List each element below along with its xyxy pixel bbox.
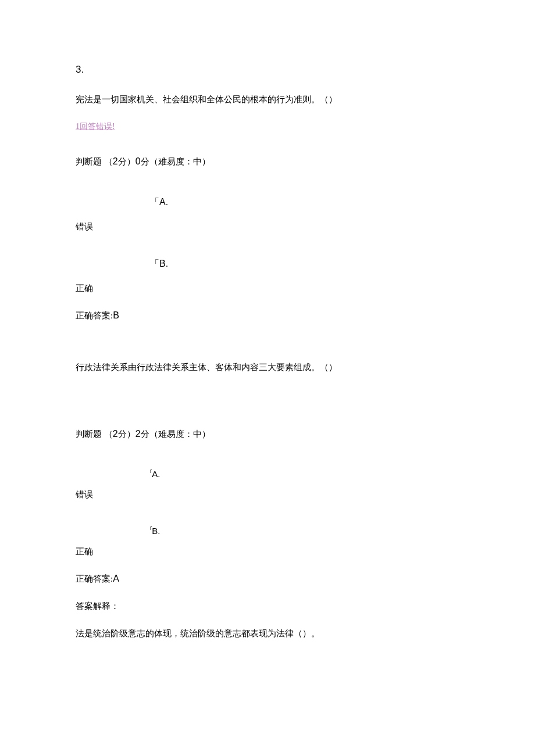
answer-label: 正确答案: [76, 574, 113, 583]
option-a-marker: rA. [150, 469, 459, 479]
option-a-sup: r [150, 468, 152, 474]
option-b-sup: r [150, 525, 152, 531]
answer-value: A [113, 574, 119, 583]
answer-value: B [113, 310, 119, 320]
question-number: 3. [76, 64, 459, 76]
option-b-text: 正确 [76, 546, 459, 557]
meta-mid1: 分） [118, 429, 135, 439]
option-b-letter: B. [152, 526, 160, 536]
answer-label: 正确答案: [76, 311, 113, 320]
option-b-marker: rB. [150, 526, 459, 536]
feedback-wrong-link[interactable]: 1回答错误! [76, 121, 459, 132]
meta-type-prefix: 判断题 （ [76, 157, 113, 166]
option-a-text: 错误 [76, 221, 459, 232]
option-a-text: 错误 [76, 489, 459, 500]
correct-answer: 正确答案:B [76, 310, 459, 321]
option-b-text: 正确 [76, 283, 459, 294]
option-a-letter: A. [152, 469, 160, 479]
meta-mid1: 分） [118, 157, 135, 166]
meta-type-prefix: 判断题 （ [76, 429, 113, 439]
meta-points-max: 2 [113, 156, 118, 166]
meta-mid2: 分（难易度：中） [141, 157, 211, 166]
option-b-marker: 「B. [150, 258, 459, 270]
explanation-label: 答案解释： [76, 601, 459, 612]
meta-score: 2 [135, 429, 141, 439]
meta-score: 0 [135, 156, 141, 166]
question-meta: 判断题 （2分）0分（难易度：中） [76, 156, 459, 167]
option-a-marker: 「A. [150, 196, 459, 209]
meta-points-max: 2 [113, 429, 118, 439]
question-meta: 判断题 （2分）2分（难易度：中） [76, 429, 459, 440]
meta-mid2: 分（难易度：中） [141, 429, 211, 439]
question-text: 法是统治阶级意志的体现，统治阶级的意志都表现为法律（）。 [76, 628, 459, 639]
question-text: 宪法是一切国家机关、社会组织和全体公民的根本的行为准则。（） [76, 94, 459, 105]
correct-answer: 正确答案:A [76, 574, 459, 585]
question-text: 行政法律关系由行政法律关系主体、客体和内容三大要素组成。（） [76, 362, 459, 373]
